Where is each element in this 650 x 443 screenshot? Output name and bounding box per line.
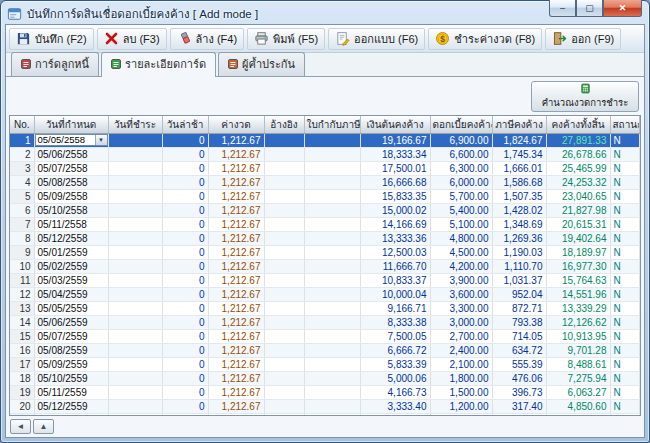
late-days-cell[interactable]: 0 <box>162 245 208 259</box>
interest-cell[interactable]: 3,600.00 <box>430 287 492 301</box>
installment-cell[interactable]: 1,212.67 <box>208 385 264 399</box>
column-header-0[interactable]: No. <box>10 116 34 133</box>
pay-date-cell[interactable] <box>108 259 162 273</box>
table-row[interactable]: 405/08/255801,212.6716,666.686,000.001,5… <box>10 175 640 189</box>
reference-cell[interactable] <box>264 357 304 371</box>
interest-cell[interactable]: 6,300.00 <box>430 161 492 175</box>
status-cell[interactable]: N <box>610 259 640 273</box>
tax-invoice-cell[interactable] <box>304 203 360 217</box>
principal-cell[interactable]: 10,833.37 <box>360 273 430 287</box>
pay-date-cell[interactable] <box>108 371 162 385</box>
due-date-cell[interactable]: 05/09/2559 <box>34 357 108 371</box>
table-row[interactable]: 905/01/255901,212.6712,500.034,500.001,1… <box>10 245 640 259</box>
tax-cell[interactable]: 1,824.67 <box>492 133 546 147</box>
total-outstanding-cell[interactable]: 15,764.63 <box>546 273 610 287</box>
row-number-cell[interactable]: 7 <box>10 217 34 231</box>
installment-cell[interactable]: 1,212.67 <box>208 343 264 357</box>
table-row[interactable]: 305/07/255801,212.6717,500.016,300.001,6… <box>10 161 640 175</box>
row-number-cell[interactable]: 1 <box>10 133 34 147</box>
total-outstanding-cell[interactable]: 24,253.32 <box>546 175 610 189</box>
interest-cell[interactable]: 2,400.00 <box>430 343 492 357</box>
principal-cell[interactable]: 11,666.70 <box>360 259 430 273</box>
reference-cell[interactable] <box>264 385 304 399</box>
column-header-11[interactable]: สถานะ <box>610 116 640 133</box>
column-header-10[interactable]: คงค้างทั้งสิ้น <box>546 116 610 133</box>
total-outstanding-cell[interactable]: 12,126.62 <box>546 315 610 329</box>
installment-cell[interactable]: 1,212.67 <box>208 245 264 259</box>
total-outstanding-cell[interactable]: 27,891.33 <box>546 133 610 147</box>
interest-cell[interactable]: 3,300.00 <box>430 301 492 315</box>
pay-date-cell[interactable] <box>108 133 162 147</box>
installment-cell[interactable]: 1,212.67 <box>208 399 264 413</box>
due-date-cell[interactable]: 05/06/2559 <box>34 315 108 329</box>
principal-cell[interactable]: 15,833.35 <box>360 189 430 203</box>
status-cell[interactable]: N <box>610 357 640 371</box>
reference-cell[interactable] <box>264 245 304 259</box>
reference-cell[interactable] <box>264 287 304 301</box>
interest-cell[interactable]: 3,000.00 <box>430 315 492 329</box>
status-cell[interactable]: N <box>610 189 640 203</box>
installment-cell[interactable]: 1,212.67 <box>208 231 264 245</box>
column-header-9[interactable]: ภาษีคงค้าง <box>492 116 546 133</box>
status-cell[interactable]: N <box>610 329 640 343</box>
calculate-installments-button[interactable]: คำนวณงวดการชำระ <box>531 81 639 112</box>
late-days-cell[interactable]: 0 <box>162 273 208 287</box>
interest-cell[interactable]: 5,100.00 <box>430 217 492 231</box>
minimize-button[interactable]: – <box>549 0 576 17</box>
installment-cell[interactable]: 1,212.67 <box>208 217 264 231</box>
interest-cell[interactable]: 5,400.00 <box>430 203 492 217</box>
tax-cell[interactable]: 317.40 <box>492 399 546 413</box>
total-outstanding-cell[interactable]: 19,402.64 <box>546 231 610 245</box>
reference-cell[interactable] <box>264 161 304 175</box>
pay-date-cell[interactable] <box>108 357 162 371</box>
pay-date-cell[interactable] <box>108 175 162 189</box>
column-header-4[interactable]: ค่างวด <box>208 116 264 133</box>
tax-invoice-cell[interactable] <box>304 287 360 301</box>
due-date-cell[interactable]: 05/04/2559 <box>34 287 108 301</box>
late-days-cell[interactable]: 0 <box>162 371 208 385</box>
row-number-cell[interactable]: 20 <box>10 399 34 413</box>
late-days-cell[interactable]: 0 <box>162 161 208 175</box>
pay-date-cell[interactable] <box>108 217 162 231</box>
tax-cell[interactable]: 634.72 <box>492 343 546 357</box>
installment-cell[interactable]: 1,212.67 <box>208 175 264 189</box>
installment-cell[interactable]: 1,212.67 <box>208 133 264 147</box>
total-outstanding-cell[interactable]: 4,850.60 <box>546 399 610 413</box>
late-days-cell[interactable]: 0 <box>162 147 208 161</box>
table-row[interactable]: 2005/12/255901,212.673,333.401,200.00317… <box>10 399 640 413</box>
tax-cell[interactable]: 1,586.68 <box>492 175 546 189</box>
due-date-cell[interactable]: 05/10/2559 <box>34 371 108 385</box>
row-number-cell[interactable]: 6 <box>10 203 34 217</box>
late-days-cell[interactable]: 0 <box>162 175 208 189</box>
tax-invoice-cell[interactable] <box>304 301 360 315</box>
total-outstanding-cell[interactable]: 16,977.30 <box>546 259 610 273</box>
row-number-cell[interactable]: 11 <box>10 273 34 287</box>
total-outstanding-cell[interactable]: 14,551.96 <box>546 287 610 301</box>
tax-invoice-cell[interactable] <box>304 217 360 231</box>
tax-cell[interactable]: 396.73 <box>492 385 546 399</box>
tax-cell[interactable]: 1,507.35 <box>492 189 546 203</box>
interest-cell[interactable]: 3,900.00 <box>430 273 492 287</box>
principal-cell[interactable]: 18,333.34 <box>360 147 430 161</box>
table-row[interactable]: 705/11/255801,212.6714,166.695,100.001,3… <box>10 217 640 231</box>
reference-cell[interactable] <box>264 315 304 329</box>
tax-cell[interactable]: 1,348.69 <box>492 217 546 231</box>
tax-cell[interactable]: 952.04 <box>492 287 546 301</box>
principal-cell[interactable]: 10,000.04 <box>360 287 430 301</box>
status-cell[interactable]: N <box>610 343 640 357</box>
table-row[interactable]: 1205/04/255901,212.6710,000.043,600.0095… <box>10 287 640 301</box>
interest-cell[interactable]: 4,800.00 <box>430 231 492 245</box>
tax-invoice-cell[interactable] <box>304 273 360 287</box>
tab-guarantor[interactable]: ผู้ค้ำประกัน <box>218 52 305 76</box>
delete-button[interactable]: ลบ (F3) <box>97 28 167 50</box>
tax-invoice-cell[interactable] <box>304 147 360 161</box>
save-button[interactable]: บันทึก (F2) <box>9 28 94 50</box>
tax-cell[interactable]: 872.71 <box>492 301 546 315</box>
reference-cell[interactable] <box>264 203 304 217</box>
total-outstanding-cell[interactable]: 25,465.99 <box>546 161 610 175</box>
reference-cell[interactable] <box>264 217 304 231</box>
pay-date-cell[interactable] <box>108 203 162 217</box>
reference-cell[interactable] <box>264 147 304 161</box>
tax-cell[interactable]: 1,110.70 <box>492 259 546 273</box>
principal-cell[interactable]: 3,333.40 <box>360 399 430 413</box>
